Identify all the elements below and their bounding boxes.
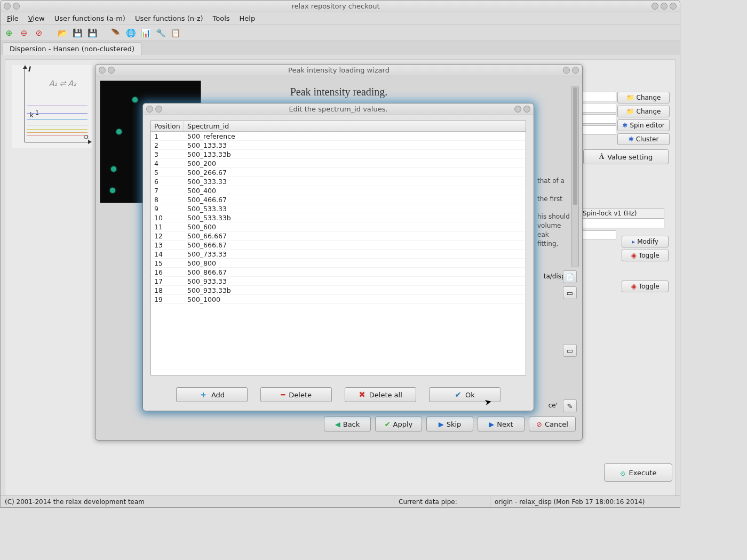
cell-spectrum-id: 500_800 <box>184 259 526 267</box>
toggle-button-2[interactable]: ◉Toggle <box>622 281 669 292</box>
pipe-icon[interactable]: 🔧 <box>155 28 166 38</box>
new-icon[interactable]: ⊕ <box>4 28 14 38</box>
table-row[interactable]: 18500_933.33b <box>151 286 526 295</box>
maximize-icon[interactable] <box>661 3 667 10</box>
cell-spectrum-id: 500_733.33 <box>184 250 526 258</box>
wiz-edit-icon-3[interactable]: ✎ <box>563 399 577 412</box>
menu-uf-nz[interactable]: User functions (n-z) <box>131 13 208 23</box>
table-row[interactable]: 1500_reference <box>151 132 526 141</box>
main-titlebar: relax repository checkout <box>1 1 680 12</box>
table-row[interactable]: 16500_866.67 <box>151 268 526 277</box>
cell-position: 12 <box>151 232 184 240</box>
add-button[interactable]: ＋Add <box>176 387 248 402</box>
cell-position: 16 <box>151 268 184 276</box>
tabbar: Dispersion - Hansen (non-clustered) <box>1 41 680 55</box>
delete-all-button[interactable]: ✖Delete all <box>345 387 416 402</box>
wiz-edit-icon-1[interactable]: ▭ <box>563 286 577 299</box>
wiz-browse-icon[interactable]: 📄 <box>563 270 577 283</box>
results-icon[interactable]: 📋 <box>170 28 181 38</box>
close-doc-icon[interactable]: ⊖ <box>19 28 29 38</box>
col-position[interactable]: Position <box>151 121 184 131</box>
saveas-icon[interactable]: 💾 <box>87 28 98 38</box>
menu-file[interactable]: File <box>3 13 23 23</box>
execute-button[interactable]: ⟐ Execute <box>604 463 672 482</box>
status-pipe-label: Current data pipe: <box>394 496 490 507</box>
cell-position: 4 <box>151 159 184 167</box>
skip-button[interactable]: ▶Skip <box>426 417 473 431</box>
tab-dispersion[interactable]: Dispersion - Hansen (non-clustered) <box>3 42 141 55</box>
table-row[interactable]: 14500_733.33 <box>151 250 526 259</box>
edit-close-icon[interactable] <box>523 106 530 113</box>
change-button-1[interactable]: 📁Change <box>617 92 670 103</box>
cell-position: 11 <box>151 223 184 231</box>
value-setting-button[interactable]: ÅValue setting <box>583 149 669 164</box>
table-body[interactable]: 1500_reference2500_133.333500_133.33b450… <box>151 132 526 304</box>
window-menu-icon[interactable] <box>4 3 11 10</box>
next-button[interactable]: ▶Next <box>478 417 525 431</box>
table-row[interactable]: 9500_533.33 <box>151 204 526 213</box>
cell-spectrum-id: 500_933.33b <box>184 286 526 294</box>
cell-position: 1 <box>151 132 184 140</box>
cell-spectrum-id: 500_133.33b <box>184 150 526 158</box>
change-button-2[interactable]: 📁Change <box>617 106 670 117</box>
table-row[interactable]: 3500_133.33b <box>151 150 526 159</box>
wizard-dot-icon <box>108 67 115 74</box>
table-row[interactable]: 4500_200 <box>151 159 526 168</box>
spin-editor-button[interactable]: ✱Spin editor <box>617 119 670 131</box>
table-row[interactable]: 5500_266.67 <box>151 168 526 177</box>
cluster-button[interactable]: ✱Cluster <box>617 133 670 145</box>
cell-position: 15 <box>151 259 184 267</box>
wizard-button-bar: ◀Back ✔Apply ▶Skip ▶Next ⊘Cancel <box>96 417 582 436</box>
cancel-button[interactable]: ⊘Cancel <box>529 417 576 431</box>
cell-position: 10 <box>151 214 184 222</box>
minimize-icon[interactable] <box>651 3 658 10</box>
back-button[interactable]: ◀Back <box>324 417 371 431</box>
spinlock-input[interactable] <box>579 219 664 228</box>
cell-position: 9 <box>151 205 184 213</box>
wiz-frag8: ce' <box>549 402 558 409</box>
table-row[interactable]: 8500_466.67 <box>151 195 526 204</box>
open-icon[interactable]: 📂 <box>57 28 68 38</box>
ok-button[interactable]: ✔Ok <box>429 387 500 402</box>
wizard-menu-icon[interactable] <box>99 67 106 74</box>
cell-position: 13 <box>151 241 184 249</box>
edit-menu-icon[interactable] <box>146 106 153 113</box>
table-row[interactable]: 6500_333.33 <box>151 177 526 186</box>
wizard-close-icon[interactable] <box>572 67 579 74</box>
cell-position: 7 <box>151 187 184 195</box>
relax-logo-icon: ⟐ <box>620 467 626 478</box>
table-row[interactable]: 13500_666.67 <box>151 241 526 250</box>
wizard-min-icon[interactable] <box>563 67 570 74</box>
save-icon[interactable]: 💾 <box>72 28 83 38</box>
col-spectrum-id[interactable]: Spectrum_id <box>184 121 526 131</box>
table-row[interactable]: 19500_1000 <box>151 295 526 304</box>
menu-help[interactable]: Help <box>235 13 260 23</box>
globe-icon[interactable]: 🌐 <box>125 28 136 38</box>
table-row[interactable]: 12500_66.667 <box>151 231 526 241</box>
edit-min-icon[interactable] <box>514 106 521 113</box>
menu-uf-am[interactable]: User functions (a-m) <box>50 13 130 23</box>
cell-spectrum-id: 500_266.67 <box>184 169 526 177</box>
relax-icon[interactable]: 🪶 <box>110 28 121 38</box>
cancel-icon[interactable]: ⊘ <box>34 28 44 38</box>
close-icon[interactable] <box>670 3 677 10</box>
cell-position: 14 <box>151 250 184 258</box>
edit-button-bar: ＋Add ━Delete ✖Delete all ✔Ok <box>143 387 534 403</box>
chart-icon[interactable]: 📊 <box>140 28 151 38</box>
toolbar: ⊕ ⊖ ⊘ 📂 💾 💾 🪶 🌐 📊 🔧 📋 <box>1 25 680 41</box>
table-row[interactable]: 17500_933.33 <box>151 277 526 286</box>
table-row[interactable]: 2500_133.33 <box>151 141 526 150</box>
cell-spectrum-id: 500_66.667 <box>184 232 526 240</box>
modify-button[interactable]: ▸Modify <box>622 236 669 247</box>
table-row[interactable]: 11500_600 <box>151 222 526 231</box>
table-row[interactable]: 7500_400 <box>151 186 526 195</box>
menu-view[interactable]: View <box>24 13 49 23</box>
table-row[interactable]: 15500_800 <box>151 259 526 268</box>
menu-tools[interactable]: Tools <box>209 13 234 23</box>
delete-button[interactable]: ━Delete <box>260 387 332 402</box>
wiz-edit-icon-2[interactable]: ▭ <box>563 344 577 357</box>
toggle-button-1[interactable]: ◉Toggle <box>622 250 669 261</box>
apply-button[interactable]: ✔Apply <box>375 417 422 431</box>
table-row[interactable]: 10500_533.33b <box>151 213 526 222</box>
cell-position: 18 <box>151 286 184 294</box>
